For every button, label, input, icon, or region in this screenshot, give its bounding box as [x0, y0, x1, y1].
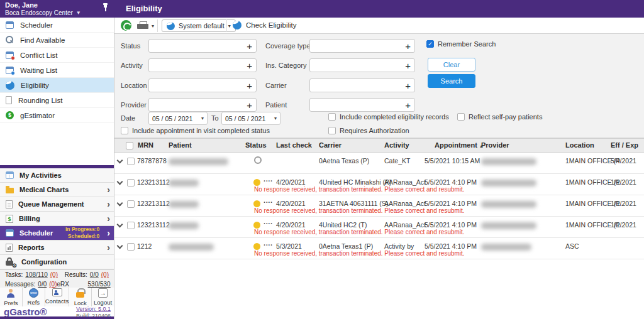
plus-icon[interactable]: +: [405, 80, 411, 92]
nav-item-my-activities[interactable]: My Activities: [0, 168, 114, 183]
sidebar-item-scheduler[interactable]: Scheduler: [0, 18, 114, 33]
column-location[interactable]: Location: [565, 141, 594, 149]
plus-icon[interactable]: +: [247, 40, 252, 52]
tasks-link[interactable]: 108/110: [25, 271, 47, 278]
plus-icon[interactable]: +: [247, 80, 252, 92]
table-header: MRN Patient Status Last check Carrier Ac…: [114, 138, 644, 153]
date-to-select[interactable]: 05 / 05 / 2021 ▾: [221, 112, 280, 125]
refresh-button[interactable]: [121, 20, 131, 31]
column-mrn[interactable]: MRN: [138, 141, 153, 149]
column-activity[interactable]: Activity: [384, 141, 409, 149]
sidebar-item-label: Conflict List: [20, 51, 57, 59]
print-dropdown-caret[interactable]: ▾: [152, 23, 154, 29]
practice-selector[interactable]: Boca Endoscopy Center ▼: [5, 9, 81, 16]
carrier-input[interactable]: +: [309, 78, 415, 92]
profile-dropdown[interactable]: System default ▾: [162, 19, 236, 32]
remember-search-checkbox[interactable]: Remember Search: [426, 40, 496, 48]
patient-input[interactable]: +: [309, 98, 415, 112]
row-checkbox[interactable]: [127, 200, 135, 208]
column-status[interactable]: Status: [245, 141, 267, 149]
search-button[interactable]: Search: [428, 74, 475, 88]
clear-button[interactable]: Clear: [428, 58, 475, 72]
date-to-label: To: [211, 114, 219, 122]
sidebar-item-gestimator[interactable]: gEstimator: [0, 108, 114, 123]
lock-button[interactable]: Lock: [69, 288, 92, 306]
user-name: Doe, Jane: [5, 1, 38, 9]
results-badge[interactable]: (0): [101, 271, 109, 278]
nav-item-billing[interactable]: Billing ›: [0, 212, 114, 226]
row-expand-chevron-icon[interactable]: [117, 200, 123, 207]
sidebar-item-find-available[interactable]: Find Available: [0, 33, 114, 48]
column-last-check[interactable]: Last check: [276, 141, 312, 149]
column-provider[interactable]: Provider: [481, 141, 509, 149]
table-row[interactable]: 1212 5/3/2021 0Aetna Texas1 (P) Activity…: [114, 238, 644, 259]
table-row[interactable]: 123213112 4/20/2021 31AETNA 40631111 (S)…: [114, 195, 644, 217]
options-ellipsis-icon[interactable]: [264, 198, 273, 206]
logout-button[interactable]: Logout: [92, 288, 114, 306]
include-completed-checkbox[interactable]: Include completed eligibility records: [328, 113, 449, 121]
sidebar-item-waiting-list[interactable]: Waiting List: [0, 63, 114, 78]
contacts-button[interactable]: Contacts: [45, 288, 70, 306]
table-row[interactable]: 78787878 0Aetna Texas (P) Cate_KT 5/5/20…: [114, 153, 644, 174]
nav-item-label: Scheduler: [19, 229, 60, 237]
print-button[interactable]: [137, 21, 148, 30]
chevron-right-icon: ›: [107, 185, 110, 194]
refs-button[interactable]: Refs: [23, 288, 45, 306]
nav-item-queue-management[interactable]: Queue Management ›: [0, 197, 114, 212]
in-progress-badge: In Progress:0: [65, 226, 99, 232]
coverage-type-input[interactable]: +: [309, 39, 415, 53]
nav-item-configuration[interactable]: ⚙ Configuration: [0, 255, 114, 269]
sidebar-item-eligibility[interactable]: Eligibility: [0, 78, 114, 93]
sidebar-item-label: Rounding List: [18, 97, 62, 104]
column-patient[interactable]: Patient: [169, 141, 192, 149]
chevron-down-icon: ▾: [228, 23, 231, 29]
column-carrier[interactable]: Carrier: [319, 141, 341, 149]
row-expand-chevron-icon[interactable]: [117, 179, 123, 185]
ins-category-input[interactable]: +: [309, 58, 415, 72]
date-from-value: 05 / 05 / 2021: [152, 115, 192, 122]
prefs-button[interactable]: Prefs: [0, 288, 23, 306]
mrn-cell: 123213112: [137, 178, 170, 186]
plus-icon[interactable]: +: [405, 99, 411, 111]
row-checkbox[interactable]: [127, 222, 135, 229]
check-eligibility-button[interactable]: Check Eligibility: [233, 21, 297, 30]
table-row[interactable]: 123213112 4/20/2021 4United HC Minakshi …: [114, 174, 644, 195]
requires-auth-checkbox[interactable]: Requires Authorization: [328, 127, 409, 134]
row-checkbox[interactable]: [127, 243, 135, 251]
column-appointment[interactable]: Appointment▲: [435, 141, 484, 149]
version-link[interactable]: Version: 5.0.1: [76, 306, 111, 313]
location-label: Location: [121, 82, 147, 89]
plus-icon[interactable]: +: [247, 60, 252, 72]
nav-item-scheduler[interactable]: Scheduler In Progress:0 Scheduled:0 ›: [0, 226, 114, 241]
row-checkbox[interactable]: [127, 179, 135, 187]
activity-input[interactable]: +: [148, 58, 257, 72]
sidebar-item-label: Eligibility: [21, 82, 49, 89]
options-ellipsis-icon[interactable]: [264, 241, 273, 249]
tasks-badge[interactable]: (0): [50, 271, 58, 278]
nav-item-reports[interactable]: Reports ›: [0, 241, 114, 255]
location-input[interactable]: +: [148, 78, 257, 92]
plus-icon[interactable]: +: [405, 60, 411, 72]
date-from-select[interactable]: 05 / 05 / 2021 ▾: [148, 112, 208, 125]
include-appointment-checkbox[interactable]: Include appointment in visit completed s…: [121, 127, 270, 134]
row-expand-chevron-icon[interactable]: [117, 222, 123, 228]
select-all-checkbox[interactable]: [126, 142, 133, 149]
options-ellipsis-icon[interactable]: [264, 220, 273, 227]
sidebar-item-rounding-list[interactable]: Rounding List: [0, 93, 114, 108]
self-pay-checkbox[interactable]: Reflect self-pay patients: [457, 113, 542, 121]
table-row[interactable]: 123213112 4/20/2021 4United HC2 (T) AARa…: [114, 217, 644, 238]
row-expand-chevron-icon[interactable]: [117, 158, 123, 164]
sidebar-item-conflict-list[interactable]: Conflict List: [0, 48, 114, 63]
plus-icon[interactable]: +: [247, 99, 252, 111]
nav-item-medical-charts[interactable]: Medical Charts ›: [0, 183, 114, 197]
options-ellipsis-icon[interactable]: [264, 177, 273, 185]
results-link[interactable]: 0/0: [90, 271, 99, 278]
column-eff-exp[interactable]: Eff / Exp: [611, 141, 638, 149]
eff-exp-cell: 1/1/2021: [611, 200, 636, 207]
provider-input[interactable]: +: [148, 98, 257, 112]
row-expand-chevron-icon[interactable]: [117, 243, 123, 249]
row-checkbox[interactable]: [127, 158, 135, 165]
pin-icon[interactable]: [102, 3, 109, 12]
status-input[interactable]: +: [148, 39, 257, 53]
plus-icon[interactable]: +: [405, 40, 411, 52]
